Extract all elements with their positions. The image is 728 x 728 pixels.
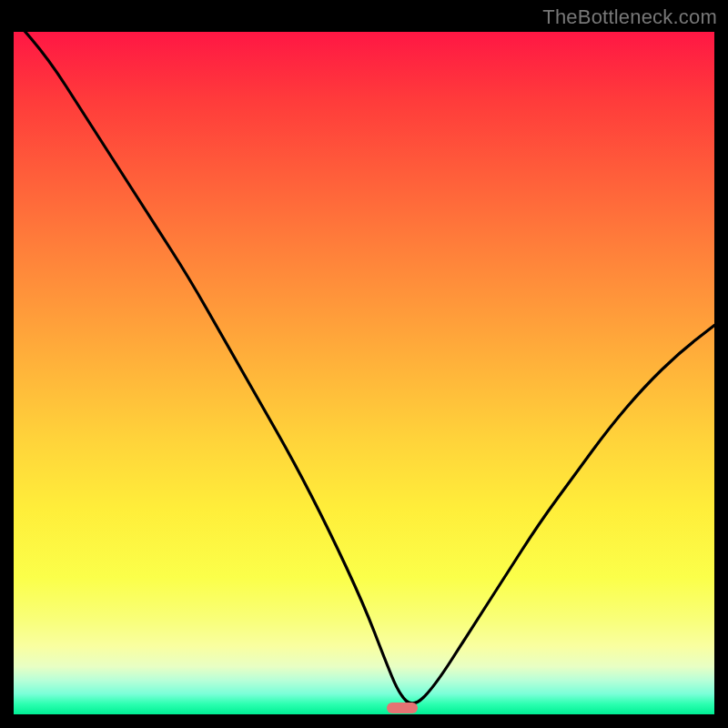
watermark-label: TheBottleneck.com — [542, 5, 717, 29]
plot-area — [14, 32, 714, 714]
chart-stage: TheBottleneck.com — [0, 0, 728, 728]
bottleneck-curve — [14, 32, 714, 714]
minimum-marker — [387, 703, 418, 713]
